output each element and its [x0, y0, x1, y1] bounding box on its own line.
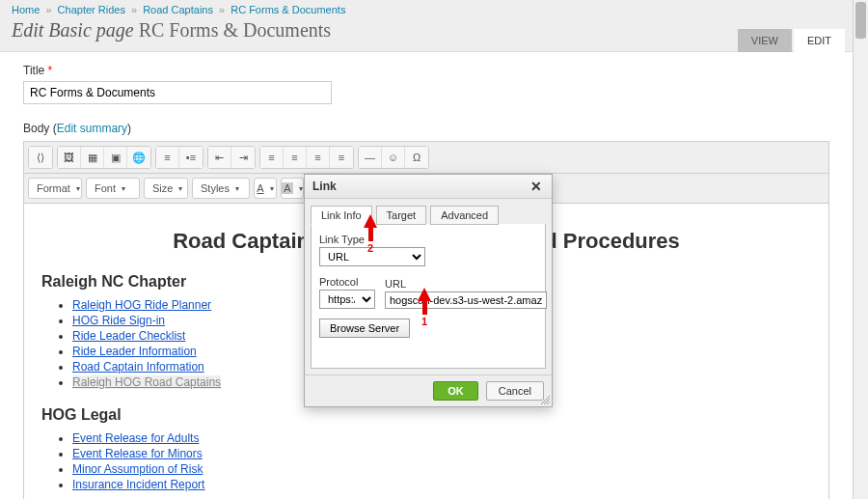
url-label: URL [385, 278, 547, 290]
tab-edit[interactable]: EDIT [794, 29, 845, 52]
image-icon[interactable]: 🖼 [58, 147, 81, 168]
breadcrumb: Home » Chapter Rides » Road Captains » R… [12, 4, 841, 19]
breadcrumb-home[interactable]: Home [12, 4, 40, 15]
list-item: Event Release for Adults [72, 431, 811, 445]
list-item: Insurance Incident Report [72, 478, 811, 491]
align-left-icon[interactable]: ≡ [260, 147, 284, 168]
breadcrumb-road-captains[interactable]: Road Captains [143, 4, 213, 15]
indent-icon[interactable]: ⇥ [231, 147, 255, 168]
top-tabs: VIEW EDIT [738, 29, 845, 52]
url-input[interactable] [385, 291, 547, 309]
tab-view[interactable]: VIEW [738, 29, 792, 52]
link-type-label: Link Type [319, 234, 537, 245]
dialog-title: Link [312, 180, 337, 193]
annotation-arrow-1: 1 [418, 288, 431, 327]
tab-advanced[interactable]: Advanced [430, 206, 499, 225]
edit-summary-link[interactable]: Edit summary [57, 122, 127, 135]
styles-dropdown[interactable]: Styles▾ [192, 178, 250, 199]
align-center-icon[interactable]: ≡ [284, 147, 307, 168]
scroll-thumb[interactable] [855, 2, 866, 39]
protocol-label: Protocol [319, 276, 375, 288]
breadcrumb-chapter-rides[interactable]: Chapter Rides [58, 4, 125, 15]
protocol-select[interactable]: https:// [319, 290, 375, 309]
globe-icon[interactable]: 🌐 [127, 147, 150, 168]
browse-server-button[interactable]: Browse Server [319, 319, 410, 338]
list-item: Event Release for Minors [72, 447, 811, 460]
close-icon[interactable]: ✕ [529, 180, 544, 193]
bg-color-icon[interactable]: A▾ [281, 178, 304, 199]
bulleted-list-icon[interactable]: •≡ [179, 147, 203, 168]
annotation-arrow-2: 2 [364, 214, 377, 254]
omega-icon[interactable]: Ω [405, 147, 428, 168]
text-color-icon[interactable]: A▾ [254, 178, 277, 199]
table-icon[interactable]: ▦ [81, 147, 104, 168]
vertical-scrollbar[interactable] [853, 0, 868, 499]
list-item: Minor Assumption of Risk [72, 462, 811, 476]
resize-grip[interactable] [540, 395, 550, 404]
format-dropdown[interactable]: Format▾ [28, 178, 82, 199]
title-input[interactable] [23, 81, 332, 104]
page-title: Edit Basic page RC Forms & Documents [12, 19, 841, 42]
dialog-titlebar[interactable]: Link ✕ [305, 175, 552, 199]
cancel-button[interactable]: Cancel [486, 381, 544, 401]
smiley-icon[interactable]: ☺ [382, 147, 405, 168]
font-dropdown[interactable]: Font▾ [86, 178, 140, 199]
section-hog-legal-title: HOG Legal [41, 406, 811, 424]
toolbar-row-1: ⟨⟩ 🖼 ▦ ▣ 🌐 ≡ •≡ ⇤ ⇥ [24, 142, 828, 174]
tab-target[interactable]: Target [376, 206, 427, 225]
hr-icon[interactable]: — [359, 147, 382, 168]
align-justify-icon[interactable]: ≡ [330, 147, 353, 168]
outdent-icon[interactable]: ⇤ [208, 147, 231, 168]
size-dropdown[interactable]: Size▾ [144, 178, 188, 199]
embed-icon[interactable]: ▣ [104, 147, 127, 168]
ok-button[interactable]: OK [433, 381, 478, 401]
selected-link[interactable]: Raleigh HOG Road Captains [72, 375, 221, 389]
source-icon[interactable]: ⟨⟩ [29, 147, 52, 168]
breadcrumb-rc-forms[interactable]: RC Forms & Documents [231, 4, 345, 15]
align-right-icon[interactable]: ≡ [307, 147, 330, 168]
title-label: Title * [23, 64, 829, 77]
numbered-list-icon[interactable]: ≡ [156, 147, 179, 168]
body-label: Body (Edit summary) [23, 122, 829, 135]
dialog-tabs: Link Info Target Advanced [305, 199, 552, 224]
